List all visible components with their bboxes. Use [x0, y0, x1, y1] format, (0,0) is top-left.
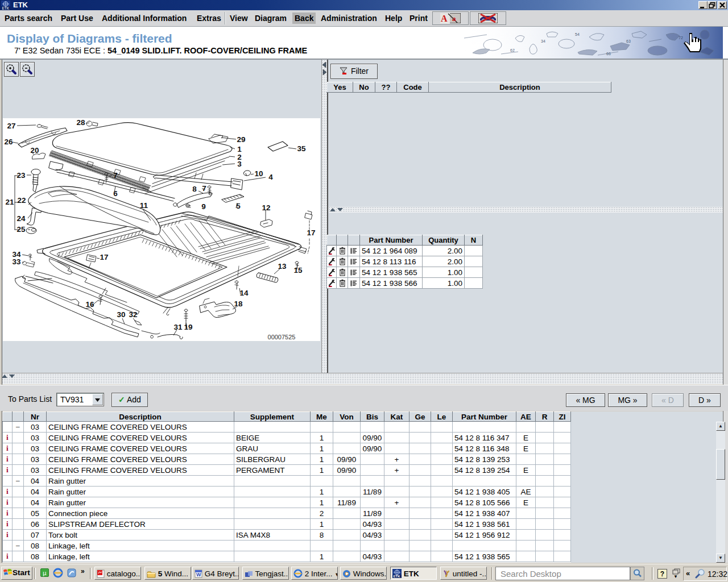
svg-text:15: 15 [293, 266, 303, 275]
svg-text:29: 29 [237, 135, 245, 144]
svg-text:23: 23 [16, 171, 26, 180]
svg-text:7: 7 [202, 184, 206, 193]
svg-text:9: 9 [201, 202, 206, 211]
svg-text:20: 20 [30, 146, 39, 155]
svg-text:28: 28 [76, 118, 85, 127]
svg-text:35: 35 [297, 144, 306, 153]
svg-text:25: 25 [16, 225, 26, 234]
svg-text:10: 10 [254, 169, 263, 178]
svg-text:6: 6 [113, 189, 118, 198]
svg-text:ETK: ETK [394, 575, 401, 578]
svg-text:12: 12 [262, 203, 270, 212]
svg-text:22: 22 [17, 196, 26, 205]
svg-text:7: 7 [113, 171, 118, 180]
svg-text:00007525: 00007525 [268, 334, 296, 340]
svg-text:32: 32 [129, 310, 137, 319]
svg-text:a: a [452, 14, 456, 23]
svg-text:17: 17 [100, 253, 108, 261]
svg-text:ETK: ETK [2, 6, 10, 10]
svg-text:17: 17 [307, 228, 315, 237]
svg-text:21: 21 [5, 198, 14, 206]
svg-text:27: 27 [7, 122, 15, 130]
svg-text:31: 31 [173, 323, 183, 331]
svg-text:26: 26 [4, 138, 13, 146]
svg-text:18: 18 [234, 300, 243, 308]
svg-text:62: 62 [510, 48, 515, 52]
svg-text:A: A [441, 14, 448, 23]
svg-text:34: 34 [541, 39, 545, 43]
svg-text:11: 11 [140, 201, 148, 210]
svg-text:66: 66 [606, 52, 611, 56]
svg-text:63: 63 [626, 39, 631, 43]
svg-text:24: 24 [16, 214, 26, 223]
svg-text:5: 5 [236, 202, 241, 210]
svg-text:33: 33 [12, 257, 21, 266]
svg-text:1: 1 [237, 145, 242, 153]
svg-text:54: 54 [575, 32, 580, 36]
svg-text:8: 8 [192, 185, 197, 193]
svg-text:3: 3 [237, 160, 242, 168]
svg-text:W: W [196, 572, 201, 577]
svg-text:14: 14 [239, 289, 249, 297]
svg-text:19: 19 [184, 323, 192, 331]
svg-text:72: 72 [679, 36, 683, 40]
svg-text:4: 4 [268, 173, 273, 181]
svg-text:30: 30 [117, 310, 125, 319]
